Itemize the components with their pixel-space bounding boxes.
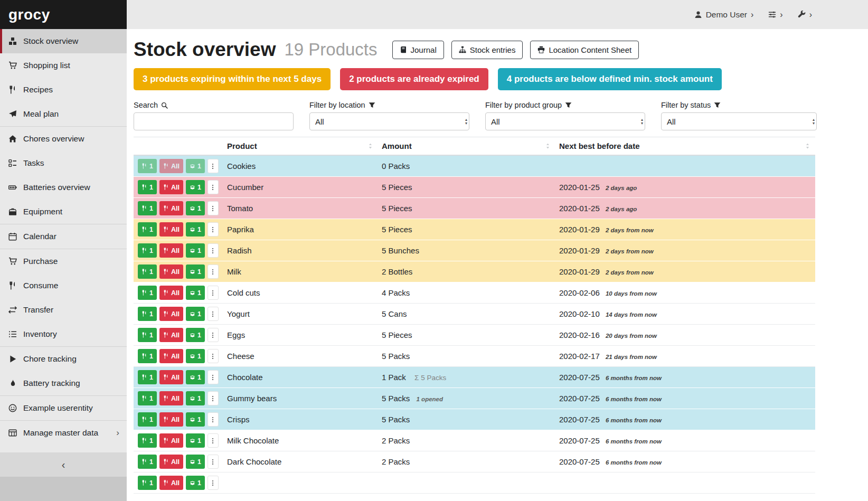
open-one-button[interactable]: 1 xyxy=(186,201,205,215)
row-menu-button[interactable] xyxy=(207,412,219,427)
row-menu-button[interactable] xyxy=(207,307,219,321)
open-one-button[interactable]: 1 xyxy=(186,243,205,258)
consume-one-button[interactable]: 1 xyxy=(138,222,157,237)
location-filter-select[interactable]: All ▴▾ xyxy=(309,112,469,130)
consume-one-button[interactable]: 1 xyxy=(138,391,157,405)
consume-one-button[interactable]: 1 xyxy=(138,328,157,342)
sidebar-item-example-userentity[interactable]: Example userentity xyxy=(0,396,127,420)
product-name[interactable]: Paprika xyxy=(223,225,378,234)
consume-all-button[interactable]: All xyxy=(159,455,183,469)
consume-all-button[interactable]: All xyxy=(159,243,183,258)
sidebar-item-chore-tracking[interactable]: Chore tracking xyxy=(0,347,127,371)
sidebar-item-shopping-list[interactable]: Shopping list xyxy=(0,53,127,78)
column-header-product[interactable]: Product xyxy=(223,137,378,155)
open-one-button[interactable]: 1 xyxy=(186,370,205,384)
product-name[interactable]: Cheese xyxy=(223,352,378,361)
sidebar-item-calendar[interactable]: Calendar xyxy=(0,224,127,249)
open-one-button[interactable]: 1 xyxy=(186,307,205,321)
consume-one-button[interactable]: 1 xyxy=(138,286,157,300)
consume-one-button[interactable]: 1 xyxy=(138,201,157,215)
row-menu-button[interactable] xyxy=(207,391,219,405)
open-one-button[interactable]: 1 xyxy=(186,349,205,363)
sidebar-collapse-button[interactable]: ‹ xyxy=(0,452,127,477)
consume-one-button[interactable]: 1 xyxy=(138,412,157,427)
app-logo[interactable]: grocy xyxy=(0,0,127,29)
open-one-button[interactable]: 1 xyxy=(186,286,205,300)
row-menu-button[interactable] xyxy=(207,349,219,363)
row-menu-button[interactable] xyxy=(207,328,219,342)
consume-one-button[interactable]: 1 xyxy=(138,455,157,469)
row-menu-button[interactable] xyxy=(207,243,219,258)
consume-one-button[interactable]: 1 xyxy=(138,349,157,363)
consume-one-button[interactable]: 1 xyxy=(138,180,157,194)
consume-all-button[interactable]: All xyxy=(159,391,183,405)
product-name[interactable]: Crisps xyxy=(223,415,378,424)
sidebar-item-meal-plan[interactable]: Meal plan xyxy=(0,102,127,126)
consume-all-button[interactable]: All xyxy=(159,349,183,363)
product-name[interactable]: Yogurt xyxy=(223,309,378,318)
consume-all-button[interactable]: All xyxy=(159,159,183,173)
row-menu-button[interactable] xyxy=(207,476,219,490)
product-name[interactable]: Dark Chocolate xyxy=(223,457,378,466)
consume-all-button[interactable]: All xyxy=(159,370,183,384)
consume-one-button[interactable]: 1 xyxy=(138,307,157,321)
consume-one-button[interactable]: 1 xyxy=(138,370,157,384)
row-menu-button[interactable] xyxy=(207,159,219,173)
product-name[interactable]: Gummy bears xyxy=(223,394,378,403)
consume-all-button[interactable]: All xyxy=(159,328,183,342)
alert-warning[interactable]: 3 products expiring within the next 5 da… xyxy=(134,68,331,90)
consume-all-button[interactable]: All xyxy=(159,222,183,237)
row-menu-button[interactable] xyxy=(207,455,219,469)
admin-menu[interactable]: › xyxy=(798,11,812,19)
consume-all-button[interactable]: All xyxy=(159,201,183,215)
row-menu-button[interactable] xyxy=(207,433,219,448)
sidebar-item-equipment[interactable]: Equipment xyxy=(0,200,127,224)
row-menu-button[interactable] xyxy=(207,370,219,384)
consume-one-button[interactable]: 1 xyxy=(138,264,157,279)
open-one-button[interactable]: 1 xyxy=(186,264,205,279)
consume-one-button[interactable]: 1 xyxy=(138,433,157,448)
row-menu-button[interactable] xyxy=(207,222,219,237)
row-menu-button[interactable] xyxy=(207,286,219,300)
product-name[interactable]: Tomato xyxy=(223,204,378,213)
sidebar-item-transfer[interactable]: Transfer xyxy=(0,298,127,322)
sidebar-item-consume[interactable]: Consume xyxy=(0,273,127,298)
open-one-button[interactable]: 1 xyxy=(186,180,205,194)
product-group-filter-select[interactable]: All ▴▾ xyxy=(485,112,645,130)
sidebar-item-batteries-overview[interactable]: Batteries overview xyxy=(0,175,127,200)
sidebar-item-manage-master-data[interactable]: Manage master data › xyxy=(0,421,127,445)
product-name[interactable]: Chocolate xyxy=(223,373,378,382)
user-menu[interactable]: Demo User › xyxy=(694,10,754,20)
product-name[interactable]: Cookies xyxy=(223,162,378,171)
product-name[interactable]: Radish xyxy=(223,246,378,255)
alert-info[interactable]: 4 products are below defined min. stock … xyxy=(498,68,722,90)
consume-one-button[interactable]: 1 xyxy=(138,476,157,490)
row-menu-button[interactable] xyxy=(207,201,219,215)
sidebar-item-inventory[interactable]: Inventory xyxy=(0,322,127,346)
open-one-button[interactable]: 1 xyxy=(186,455,205,469)
open-one-button[interactable]: 1 xyxy=(186,433,205,448)
consume-all-button[interactable]: All xyxy=(159,476,183,490)
consume-all-button[interactable]: All xyxy=(159,180,183,194)
settings-menu[interactable]: › xyxy=(768,11,782,19)
open-one-button[interactable]: 1 xyxy=(186,391,205,405)
product-name[interactable]: Eggs xyxy=(223,330,378,339)
open-one-button[interactable]: 1 xyxy=(186,222,205,237)
column-header-amount[interactable]: Amount xyxy=(378,137,555,155)
consume-all-button[interactable]: All xyxy=(159,307,183,321)
product-name[interactable]: Milk Chocolate xyxy=(223,436,378,445)
sidebar-item-chores-overview[interactable]: Chores overview xyxy=(0,127,127,151)
stock-entries-button[interactable]: Stock entries xyxy=(451,41,523,59)
sidebar-item-battery-tracking[interactable]: Battery tracking xyxy=(0,371,127,395)
consume-all-button[interactable]: All xyxy=(159,286,183,300)
sidebar-item-purchase[interactable]: Purchase xyxy=(0,249,127,273)
journal-button[interactable]: Journal xyxy=(392,41,444,59)
open-one-button[interactable]: 1 xyxy=(186,159,205,173)
location-content-sheet-button[interactable]: Location Content Sheet xyxy=(530,41,639,59)
sidebar-item-recipes[interactable]: Recipes xyxy=(0,78,127,102)
consume-all-button[interactable]: All xyxy=(159,412,183,427)
sidebar-item-tasks[interactable]: Tasks xyxy=(0,151,127,175)
row-menu-button[interactable] xyxy=(207,180,219,194)
row-menu-button[interactable] xyxy=(207,264,219,279)
consume-all-button[interactable]: All xyxy=(159,264,183,279)
